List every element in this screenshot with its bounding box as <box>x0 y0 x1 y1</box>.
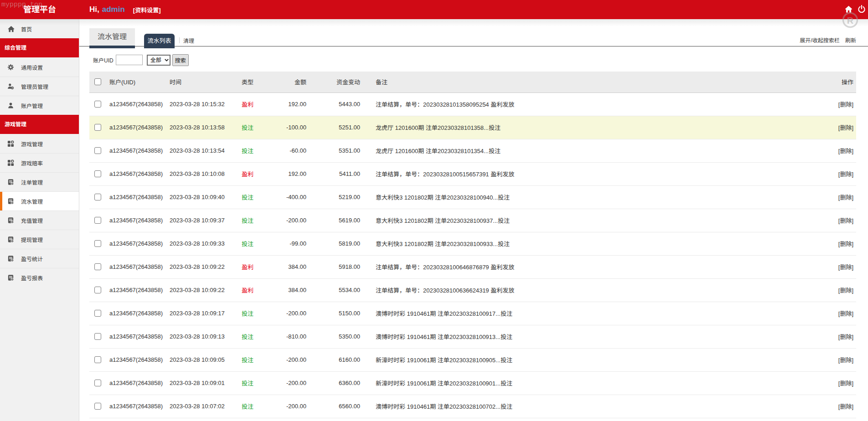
sidebar: 首页综合管理通用设置管理员管理账户管理游戏管理游戏管理游戏赔率注单管理流水管理充… <box>0 19 79 421</box>
row-checkbox[interactable] <box>94 170 101 177</box>
doc-icon <box>7 198 14 205</box>
table-row: a1234567(2643858)2023-03-28 10:09:33投注-9… <box>89 232 856 255</box>
delete-link[interactable]: [删除] <box>838 310 853 317</box>
sidebar-item-3[interactable]: 管理员管理 <box>0 77 79 96</box>
sidebar-item-10[interactable]: 充值管理 <box>0 210 79 230</box>
cell-type: 盈利 <box>242 92 267 116</box>
row-checkbox[interactable] <box>94 333 101 340</box>
cell-amount: -400.00 <box>267 185 307 209</box>
delete-link[interactable]: [删除] <box>838 334 853 340</box>
sidebar-item-4[interactable]: 账户管理 <box>0 96 79 115</box>
delete-link[interactable]: [删除] <box>838 101 853 108</box>
cell-action: [删除] <box>815 92 856 116</box>
cell-time: 2023-03-28 10:15:32 <box>170 92 242 116</box>
power-icon[interactable] <box>858 5 866 13</box>
sidebar-item-7[interactable]: 游戏赔率 <box>0 153 79 172</box>
row-checkbox[interactable] <box>94 380 101 386</box>
uid-search-input[interactable] <box>116 55 143 65</box>
doc-icon <box>7 236 14 243</box>
sidebar-item-9[interactable]: 流水管理 <box>0 191 79 210</box>
row-checkbox[interactable] <box>94 310 101 317</box>
table-header-row: 账户(UID) 时间 类型 金额 资金变动 备注 操作 <box>89 72 856 92</box>
flow-table: 账户(UID) 时间 类型 金额 资金变动 备注 操作 a1234567(264… <box>89 72 856 418</box>
tab-clean[interactable]: 清理 <box>183 34 194 48</box>
cell-balance: 5350.00 <box>307 325 361 348</box>
sidebar-item-12[interactable]: 盈亏统计 <box>0 249 79 268</box>
row-checkbox[interactable] <box>94 287 101 293</box>
cell-time: 2023-03-28 10:09:22 <box>170 278 242 302</box>
type-select[interactable]: 全部 <box>147 55 170 66</box>
sidebar-item-0[interactable]: 首页 <box>0 19 79 38</box>
delete-link[interactable]: [删除] <box>838 194 853 201</box>
search-button[interactable]: 搜索 <box>172 54 189 66</box>
delete-link[interactable]: [删除] <box>838 287 853 294</box>
row-checkbox[interactable] <box>94 263 101 270</box>
cell-balance: 6560.00 <box>307 395 361 418</box>
main-content: 流水管理 流水列表 清理 展开/收起搜索栏 刷新 账户UID 全部 搜索 账户(… <box>79 19 868 421</box>
gear-icon <box>7 64 14 71</box>
cell-type: 投注 <box>242 116 267 139</box>
cell-action: [删除] <box>815 325 856 348</box>
cell-balance: 5251.00 <box>307 116 361 139</box>
home-icon-svg <box>845 5 852 13</box>
row-checkbox[interactable] <box>94 124 101 131</box>
delete-link[interactable]: [删除] <box>838 357 853 364</box>
row-checkbox[interactable] <box>94 101 101 108</box>
delete-link[interactable]: [删除] <box>838 217 853 224</box>
row-checkbox[interactable] <box>94 356 101 363</box>
cell-amount: 192.00 <box>267 162 307 185</box>
cell-type: 投注 <box>242 371 267 395</box>
cell-remark: 注单结算，单号：20230328100636624319 盈利发放 <box>361 278 815 302</box>
row-checkbox[interactable] <box>94 217 101 224</box>
row-checkbox[interactable] <box>94 240 101 247</box>
delete-link[interactable]: [删除] <box>838 403 853 410</box>
delete-link[interactable]: [删除] <box>838 264 853 271</box>
gear-icon-svg <box>7 64 14 71</box>
toggle-search-link[interactable]: 展开/收起搜索栏 <box>800 37 839 44</box>
cell-time: 2023-03-28 10:07:02 <box>170 395 242 418</box>
delete-link[interactable]: [删除] <box>838 148 853 154</box>
doc-icon-svg <box>7 255 14 262</box>
row-checkbox-cell <box>89 255 109 278</box>
cell-balance: 5534.00 <box>307 278 361 302</box>
delete-link[interactable]: [删除] <box>838 241 853 247</box>
row-checkbox[interactable] <box>94 147 101 154</box>
sidebar-item-11[interactable]: 提现管理 <box>0 230 79 249</box>
search-bar: 账户UID 全部 搜索 <box>79 48 868 72</box>
cell-account: a1234567(2643858) <box>109 255 170 278</box>
row-checkbox-cell <box>89 348 109 371</box>
cell-action: [删除] <box>815 278 856 302</box>
cell-type: 投注 <box>242 232 267 255</box>
cell-amount: -810.00 <box>267 325 307 348</box>
cell-account: a1234567(2643858) <box>109 278 170 302</box>
sidebar-item-label: 首页 <box>21 25 32 33</box>
select-all-checkbox[interactable] <box>94 78 101 85</box>
table-row: a1234567(2643858)2023-03-28 10:13:54投注-6… <box>89 139 856 162</box>
cell-amount: -200.00 <box>267 395 307 418</box>
table-row: a1234567(2643858)2023-03-28 10:09:13投注-8… <box>89 325 856 348</box>
cell-amount: -99.00 <box>267 232 307 255</box>
table-row: a1234567(2643858)2023-03-28 10:09:40投注-4… <box>89 185 856 209</box>
doc-icon <box>7 255 14 262</box>
row-checkbox-cell <box>89 278 109 302</box>
delete-link[interactable]: [删除] <box>838 380 853 387</box>
col-type: 类型 <box>242 72 267 92</box>
cell-amount: -200.00 <box>267 209 307 232</box>
sidebar-item-6[interactable]: 游戏管理 <box>0 134 79 153</box>
row-checkbox[interactable] <box>94 403 101 410</box>
delete-link[interactable]: [删除] <box>838 124 853 131</box>
table-body: a1234567(2643858)2023-03-28 10:15:32盈利19… <box>89 92 856 418</box>
sidebar-item-8[interactable]: 注单管理 <box>0 172 79 191</box>
cell-balance: 5150.00 <box>307 302 361 325</box>
tab-flow-list[interactable]: 流水列表 <box>144 34 175 48</box>
home-icon[interactable] <box>845 5 852 13</box>
cell-account: a1234567(2643858) <box>109 116 170 139</box>
refresh-link[interactable]: 刷新 <box>845 37 856 44</box>
row-checkbox-cell <box>89 232 109 255</box>
sidebar-item-2[interactable]: 通用设置 <box>0 57 79 77</box>
admins-icon <box>7 83 14 90</box>
profile-settings-link[interactable]: [资料设置] <box>133 5 161 14</box>
delete-link[interactable]: [删除] <box>838 171 853 178</box>
sidebar-item-13[interactable]: 盈亏报表 <box>0 268 79 287</box>
row-checkbox[interactable] <box>94 194 101 200</box>
